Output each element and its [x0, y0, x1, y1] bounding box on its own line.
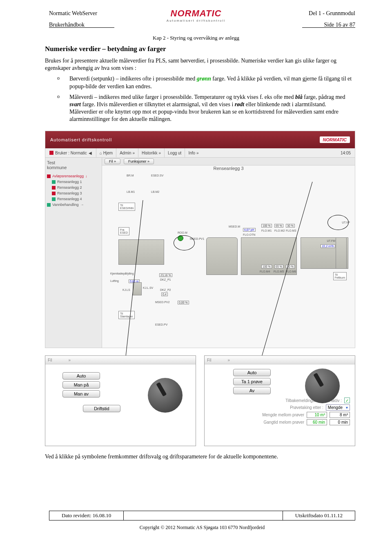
- auto-button-2[interactable]: Auto: [233, 369, 271, 376]
- sample-button[interactable]: Ta 1 prøve: [233, 378, 271, 385]
- kjem-label: Kjemikaliepåfylling: [110, 272, 134, 275]
- flom6-label: FLO.M6: [286, 270, 296, 273]
- sb-group-water[interactable]: Vannbehandling→: [47, 202, 100, 208]
- msedpv2-value[interactable]: 0,00 %: [178, 301, 189, 304]
- time-label: Gangtid melom prøver: [264, 420, 304, 424]
- esedsv-label: ESED.SV: [151, 174, 163, 177]
- utfm-value[interactable]: 22,2 m³/h: [321, 244, 335, 248]
- flom4-label: FLO.M4: [260, 270, 270, 273]
- app-title: Automatisert driftskontroll: [50, 137, 112, 142]
- clock: 14:05: [336, 151, 355, 155]
- pct-2-bot[interactable]: 65 %: [274, 265, 283, 268]
- revision-date: Dato revidert: 16.08.10: [49, 511, 123, 520]
- status-icon: [52, 186, 56, 190]
- main-canvas: Fil » Funksjoner » Renseanlegg 3 BR.M ES…: [102, 158, 355, 348]
- collapse-icon[interactable]: ◀: [89, 151, 92, 155]
- msedpv2-label: MSED.PV2: [155, 301, 169, 304]
- sb-group-sewage[interactable]: Avløpsrenseanlegg↓: [47, 173, 100, 179]
- brm-label: BR.M: [127, 174, 134, 177]
- pct-3-bot[interactable]: 30 %: [286, 265, 295, 268]
- tank-2: [206, 237, 238, 275]
- nav-admin[interactable]: Admin»: [116, 148, 138, 157]
- fil-button[interactable]: Fil »: [105, 159, 120, 164]
- user-label: Bruker : Normatic: [55, 151, 87, 155]
- sb-item-1[interactable]: Renseanlegg 1: [47, 179, 100, 185]
- caption-text: Ved å klikke på symbolene fremkommer dri…: [45, 453, 355, 460]
- fett-box: Til Fettkum: [333, 272, 347, 280]
- annotation-circle-2: [327, 215, 349, 230]
- time-setpoint[interactable]: 60 min: [307, 419, 327, 425]
- status-icon: [52, 197, 56, 201]
- hdr-product: Normatic WebServer: [49, 10, 97, 17]
- utfm-label: UT.FM: [327, 239, 335, 242]
- logo-subtitle: Automatisert driftskontroll: [167, 19, 225, 22]
- status-icon: [52, 180, 56, 184]
- footer: Dato revidert: 16.08.10 Utskriftsdato 01…: [49, 511, 355, 531]
- dkzp1-label: DKZ_P1: [160, 278, 171, 281]
- body-text: Brukes for å presentere aktuelle målever…: [45, 57, 355, 127]
- pct-1-top[interactable]: 100 %: [261, 224, 272, 228]
- nav-logout[interactable]: Logg ut: [164, 148, 185, 157]
- man-on-button[interactable]: Man på: [62, 381, 100, 389]
- nav-home[interactable]: ⌂Hjem: [96, 148, 116, 157]
- tank-5: [336, 237, 347, 269]
- tank-3: [241, 237, 297, 275]
- slam-box: Til Slamlager: [118, 311, 135, 319]
- dkzp2-value[interactable]: 0,4: [161, 293, 168, 296]
- esed-in-box: Til ESED/INN: [118, 203, 135, 211]
- funksjoner-button[interactable]: Funksjoner »: [124, 159, 154, 164]
- alarm-icon[interactable]: [49, 151, 53, 155]
- pct-1-bot[interactable]: 100 %: [261, 265, 272, 268]
- flootn-label: FLO.OTN: [243, 233, 255, 236]
- nav-bar: Bruker : Normatic◀ ⌂Hjem Admin» Historik…: [45, 148, 355, 158]
- rotary-switch[interactable]: [145, 375, 185, 415]
- status-icon: [52, 192, 56, 195]
- sb-item-4[interactable]: Renseanlegg 4: [47, 196, 100, 202]
- qty-value: 8 m³: [330, 412, 350, 418]
- print-date: Utskriftsdato 01.11.12: [283, 511, 355, 520]
- nav-history[interactable]: Historikk»: [138, 148, 164, 157]
- nav-info[interactable]: Info»: [185, 148, 202, 157]
- chapter-label: Kap 2 - Styring og overvåking av anlegg: [153, 35, 239, 41]
- diagram-title: Renseanlegg 3: [213, 166, 243, 171]
- man-off-button[interactable]: Man av: [62, 390, 100, 398]
- time-value: 0 min: [330, 419, 350, 425]
- section-heading: Numeriske verdier – betydning av farger: [45, 45, 166, 53]
- esedpv-label: ESED.PV: [155, 323, 167, 326]
- kjls-label: KJ.LS: [122, 288, 130, 291]
- auto-button[interactable]: Auto: [62, 372, 100, 380]
- rotary-switch-2[interactable]: [302, 365, 343, 406]
- kjl-label: KJ.L.SV: [143, 286, 153, 289]
- status-icon: [47, 203, 51, 207]
- dkz-p1-value[interactable]: 23,18 %: [159, 273, 172, 277]
- qty-setpoint[interactable]: 10 m³: [307, 412, 327, 418]
- tank-1: [118, 239, 164, 265]
- annotation-circle-1: [174, 235, 195, 250]
- pct-3-top[interactable]: 30 %: [286, 224, 295, 228]
- feedback-checkbox[interactable]: ✓: [344, 398, 350, 403]
- room-label: ROO.M: [178, 231, 187, 234]
- sb-item-2[interactable]: Renseanlegg 2: [47, 185, 100, 190]
- app-logo: NORMATIC: [320, 136, 350, 143]
- popup1-fil[interactable]: Fil: [48, 358, 52, 362]
- flom5-label: FLO.M5: [274, 270, 284, 273]
- dkzp2-label: DKZ_P2: [160, 288, 171, 291]
- sb-item-3[interactable]: Renseanlegg 3: [47, 190, 100, 196]
- driftstid-button[interactable]: Driftstid: [83, 405, 120, 412]
- app-screenshot: Automatisert driftskontroll NORMATIC Bru…: [45, 131, 355, 348]
- pct-2-top[interactable]: 65 %: [274, 224, 283, 228]
- flom2-label: FLO.M2: [274, 229, 285, 232]
- msedm-value[interactable]: 6,07 pH: [243, 228, 256, 232]
- status-icon: [47, 174, 51, 178]
- flom3-label: FLO.M3: [286, 229, 296, 232]
- off-button[interactable]: Av: [233, 387, 271, 394]
- qty-label: Mengde mellom prøver: [262, 413, 304, 417]
- normatic-logo: NORMATIC: [167, 8, 225, 19]
- lufting-label: Lufting: [110, 279, 119, 282]
- popup2-fil[interactable]: Fil: [207, 358, 212, 362]
- popup-1: Fil» Auto Man på Man av Driftstid: [45, 355, 196, 446]
- sb-title: Testkommune: [47, 160, 100, 170]
- kj-tank: [133, 282, 142, 295]
- home-icon: ⌂: [100, 151, 102, 155]
- sidebar: Testkommune Avløpsrenseanlegg↓ Renseanle…: [45, 158, 102, 348]
